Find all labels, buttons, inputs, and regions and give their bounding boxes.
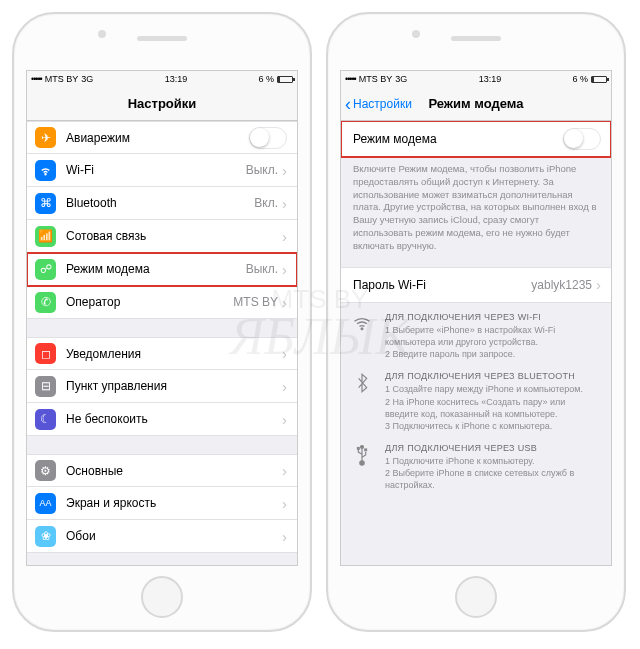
chevron-right-icon: › — [282, 228, 287, 245]
row-wifi-password[interactable]: Пароль Wi-Fi yablyk1235 › — [341, 267, 611, 303]
cellular-icon: 📶 — [35, 226, 56, 247]
gear-icon: ⚙ — [35, 460, 56, 481]
row-bluetooth[interactable]: ⌘ Bluetooth Вкл. › — [27, 187, 297, 220]
status-bar: ••••• MTS BY 3G 13:19 6 % — [27, 71, 297, 87]
airplane-toggle[interactable] — [249, 127, 287, 149]
row-wallpaper[interactable]: ❀ Обои › — [27, 520, 297, 553]
hotspot-toggle[interactable] — [563, 128, 601, 150]
screen-right: ••••• MTS BY 3G 13:19 6 % ‹Настройки Реж… — [340, 70, 612, 566]
row-airplane[interactable]: ✈ Авиарежим — [27, 121, 297, 154]
row-hotspot[interactable]: ☍ Режим модема Выкл. › — [27, 253, 297, 286]
signal-icon: ••••• — [31, 74, 42, 84]
chevron-left-icon: ‹ — [345, 97, 351, 111]
svg-point-5 — [360, 461, 364, 465]
info-usb: ДЛЯ ПОДКЛЮЧЕНИЯ ЧЕРЕЗ USB 1 Подключите i… — [341, 434, 611, 494]
airplane-icon: ✈ — [35, 127, 56, 148]
wifi-icon — [351, 313, 373, 336]
row-display[interactable]: AA Экран и яркость › — [27, 487, 297, 520]
screen-left: ••••• MTS BY 3G 13:19 6 % Настройки ✈ Ав… — [26, 70, 298, 566]
svg-point-1 — [361, 328, 363, 330]
row-wifi[interactable]: Wi-Fi Выкл. › — [27, 154, 297, 187]
bluetooth-icon: ⌘ — [35, 193, 56, 214]
nav-bar: Настройки — [27, 87, 297, 121]
moon-icon: ☾ — [35, 409, 56, 430]
chevron-right-icon: › — [282, 411, 287, 428]
display-icon: AA — [35, 493, 56, 514]
row-general[interactable]: ⚙ Основные › — [27, 454, 297, 487]
chevron-right-icon: › — [282, 495, 287, 512]
row-dnd[interactable]: ☾ Не беспокоить › — [27, 403, 297, 436]
svg-rect-3 — [357, 447, 360, 450]
chevron-right-icon: › — [282, 378, 287, 395]
hotspot-description: Включите Режим модема, чтобы позволить i… — [341, 157, 611, 253]
row-cellular[interactable]: 📶 Сотовая связь › — [27, 220, 297, 253]
row-notifications[interactable]: ◻ Уведомления › — [27, 337, 297, 370]
phone-left: ••••• MTS BY 3G 13:19 6 % Настройки ✈ Ав… — [12, 12, 312, 632]
wallpaper-icon: ❀ — [35, 526, 56, 547]
hotspot-icon: ☍ — [35, 259, 56, 280]
bluetooth-icon — [351, 372, 373, 397]
row-carrier[interactable]: ✆ Оператор MTS BY › — [27, 286, 297, 319]
nav-bar: ‹Настройки Режим модема — [341, 87, 611, 121]
chevron-right-icon: › — [282, 462, 287, 479]
row-control-center[interactable]: ⊟ Пункт управления › — [27, 370, 297, 403]
status-time: 13:19 — [165, 74, 188, 84]
svg-point-0 — [45, 173, 46, 174]
page-title: Режим модема — [428, 96, 523, 111]
info-bluetooth: ДЛЯ ПОДКЛЮЧЕНИЯ ЧЕРЕЗ BLUETOOTH 1 Создай… — [341, 362, 611, 434]
battery-icon — [591, 76, 607, 83]
phone-right: ••••• MTS BY 3G 13:19 6 % ‹Настройки Реж… — [326, 12, 626, 632]
info-wifi: ДЛЯ ПОДКЛЮЧЕНИЯ ЧЕРЕЗ WI-FI 1 Выберите «… — [341, 303, 611, 363]
chevron-right-icon: › — [596, 276, 601, 293]
battery-icon — [277, 76, 293, 83]
back-button[interactable]: ‹Настройки — [345, 97, 412, 111]
home-button[interactable] — [141, 576, 183, 618]
phone-icon: ✆ — [35, 292, 56, 313]
signal-icon: ••••• — [345, 74, 356, 84]
chevron-right-icon: › — [282, 294, 287, 311]
status-bar: ••••• MTS BY 3G 13:19 6 % — [341, 71, 611, 87]
status-time: 13:19 — [479, 74, 502, 84]
chevron-right-icon: › — [282, 261, 287, 278]
page-title: Настройки — [128, 96, 197, 111]
row-hotspot-toggle[interactable]: Режим модема — [341, 121, 611, 157]
chevron-right-icon: › — [282, 195, 287, 212]
chevron-right-icon: › — [282, 162, 287, 179]
chevron-right-icon: › — [282, 345, 287, 362]
svg-rect-4 — [364, 448, 367, 451]
chevron-right-icon: › — [282, 528, 287, 545]
usb-icon — [351, 444, 373, 469]
svg-point-2 — [361, 445, 364, 448]
home-button[interactable] — [455, 576, 497, 618]
wifi-icon — [35, 160, 56, 181]
notifications-icon: ◻ — [35, 343, 56, 364]
control-center-icon: ⊟ — [35, 376, 56, 397]
